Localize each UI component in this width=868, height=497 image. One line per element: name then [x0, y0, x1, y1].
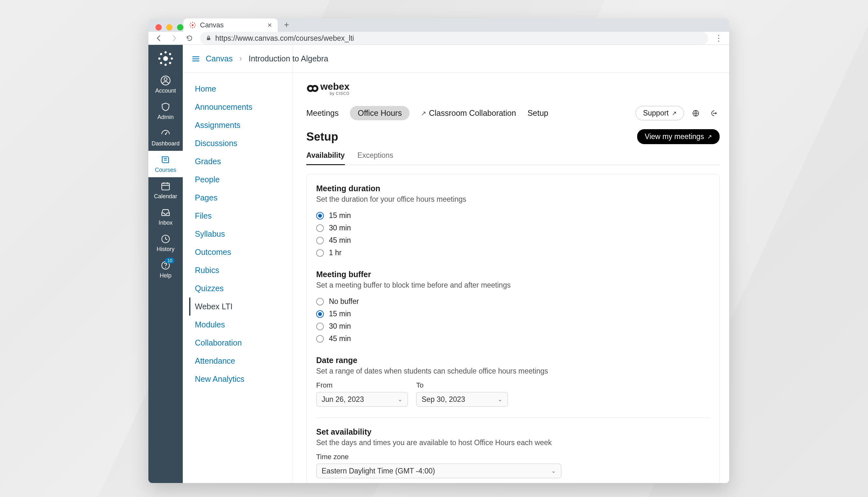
rail-item-history[interactable]: History [148, 230, 183, 256]
nav-attendance[interactable]: Attendance [189, 352, 286, 370]
radio-label: 15 min [329, 310, 351, 318]
section-set-availability: Set availability Set the days and times … [316, 427, 710, 478]
buffer-option-none[interactable]: No buffer [316, 295, 710, 308]
inbox-icon [160, 207, 171, 218]
nav-files[interactable]: Files [189, 207, 286, 225]
radio-icon [316, 224, 324, 232]
tab-meetings[interactable]: Meetings [306, 106, 339, 120]
window-close-button[interactable] [155, 24, 162, 30]
courses-icon [160, 154, 171, 166]
webex-tabs-row: Meetings Office Hours ↗ Classroom Collab… [306, 106, 720, 120]
globe-icon[interactable] [690, 107, 702, 119]
nav-people[interactable]: People [189, 171, 286, 189]
radio-label: 45 min [329, 335, 351, 343]
tab-close-icon[interactable]: × [267, 21, 272, 30]
sign-out-icon[interactable] [707, 107, 720, 119]
buffer-option-30min[interactable]: 30 min [316, 320, 710, 332]
date-to-dropdown[interactable]: Sep 30, 2023 ⌄ [416, 392, 508, 407]
rail-item-inbox[interactable]: Inbox [148, 204, 183, 230]
page-title: Setup [306, 130, 338, 143]
radio-icon [316, 298, 324, 306]
nav-reload-button[interactable] [185, 33, 194, 43]
address-bar[interactable]: https://www.canvas.com/courses/webex_lti [200, 32, 708, 44]
svg-point-11 [165, 51, 167, 54]
duration-option-1hr[interactable]: 1 hr [316, 246, 710, 259]
chevron-down-icon: ⌄ [551, 467, 556, 474]
breadcrumb-root[interactable]: Canvas [206, 54, 233, 63]
rail-item-dashboard[interactable]: Dashboard [148, 124, 183, 151]
nav-new-analytics[interactable]: New Analytics [189, 370, 286, 388]
section-title: Set availability [316, 427, 710, 437]
svg-point-5 [190, 23, 191, 24]
section-desc: Set the days and times you are available… [316, 438, 710, 447]
nav-quizzes[interactable]: Quizzes [189, 279, 286, 298]
view-my-meetings-button[interactable]: View my meetings ↗ [637, 129, 720, 144]
help-badge: 10 [165, 258, 175, 264]
tab-office-hours[interactable]: Office Hours [350, 106, 409, 120]
nav-assignments[interactable]: Assignments [189, 116, 286, 134]
nav-webex-lti[interactable]: Webex LTI [189, 298, 286, 316]
calendar-icon [160, 181, 171, 192]
timezone-dropdown[interactable]: Eastern Daylight Time (GMT -4:00) ⌄ [316, 464, 561, 478]
rail-item-account[interactable]: Account [148, 72, 183, 98]
browser-tab-bar: Canvas × + [148, 18, 729, 32]
svg-point-4 [195, 25, 196, 26]
radio-icon [316, 335, 324, 343]
svg-point-12 [165, 63, 167, 66]
dropdown-value: Sep 30, 2023 [422, 395, 465, 404]
svg-point-7 [190, 26, 191, 27]
nav-pages[interactable]: Pages [189, 189, 286, 207]
rail-item-admin[interactable]: Admin [148, 98, 183, 124]
rail-label: Dashboard [152, 140, 180, 147]
url-text: https://www.canvas.com/courses/webex_lti [215, 34, 354, 43]
svg-point-17 [160, 62, 162, 64]
browser-menu-button[interactable]: ⋮ [714, 33, 724, 43]
section-title: Meeting duration [316, 184, 710, 193]
duration-option-30min[interactable]: 30 min [316, 222, 710, 234]
rail-item-courses[interactable]: Courses [148, 151, 183, 177]
buffer-option-45min[interactable]: 45 min [316, 332, 710, 345]
nav-discussions[interactable]: Discussions [189, 134, 286, 152]
sub-tabs: Availability Exceptions [306, 151, 720, 165]
chevron-right-icon [238, 57, 243, 61]
nav-grades[interactable]: Grades [189, 152, 286, 171]
new-tab-button[interactable]: + [280, 18, 293, 31]
nav-back-button[interactable] [154, 33, 164, 43]
svg-rect-9 [207, 38, 210, 40]
window-maximize-button[interactable] [177, 24, 183, 30]
radio-icon [316, 310, 324, 318]
browser-tab[interactable]: Canvas × [183, 18, 278, 32]
course-nav-list: Home Announcements Assignments Discussio… [183, 73, 293, 395]
subtab-exceptions[interactable]: Exceptions [358, 151, 394, 165]
tab-classroom-collaboration[interactable]: ↗ Classroom Collaboration [421, 106, 516, 120]
chevron-down-icon: ⌄ [498, 396, 502, 403]
nav-syllabus[interactable]: Syllabus [189, 225, 286, 243]
nav-modules[interactable]: Modules [189, 316, 286, 334]
duration-option-15min[interactable]: 15 min [316, 209, 710, 222]
nav-rubics[interactable]: Rubics [189, 261, 286, 279]
canvas-logo-icon[interactable] [156, 49, 175, 68]
external-link-icon: ↗ [421, 110, 426, 117]
radio-label: 1 hr [329, 248, 342, 257]
duration-option-45min[interactable]: 45 min [316, 234, 710, 246]
date-from-dropdown[interactable]: Jun 26, 2023 ⌄ [316, 392, 408, 407]
rail-item-calendar[interactable]: Calendar [148, 177, 183, 204]
history-icon [160, 233, 171, 245]
settings-card: Meeting duration Set the duration for yo… [306, 174, 720, 483]
nav-outcomes[interactable]: Outcomes [189, 243, 286, 261]
nav-announcements[interactable]: Announcements [189, 98, 286, 116]
buffer-option-15min[interactable]: 15 min [316, 308, 710, 320]
nav-collaboration[interactable]: Collaboration [189, 334, 286, 352]
rail-item-help[interactable]: 10 Help [148, 256, 183, 283]
support-button[interactable]: Support ↗ [636, 106, 684, 120]
subtab-availability[interactable]: Availability [306, 151, 345, 165]
hamburger-icon[interactable] [192, 55, 200, 63]
svg-point-16 [169, 53, 171, 55]
rail-label: Inbox [159, 219, 173, 226]
tab-setup[interactable]: Setup [528, 106, 548, 120]
window-minimize-button[interactable] [166, 24, 173, 30]
svg-point-28 [309, 87, 312, 90]
nav-home[interactable]: Home [189, 80, 286, 98]
nav-forward-button[interactable] [169, 33, 179, 43]
rail-label: History [157, 246, 175, 253]
